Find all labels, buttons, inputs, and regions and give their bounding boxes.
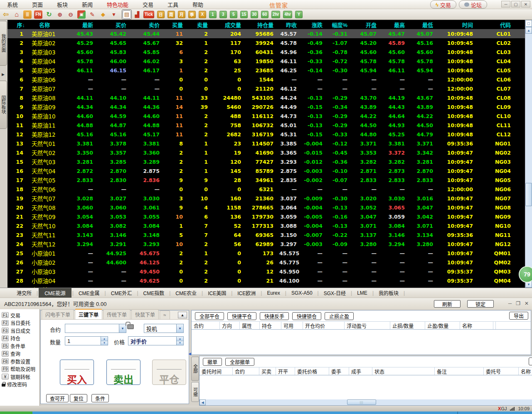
- board-tab-SGX-日经[interactable]: SGX-日经: [320, 288, 350, 297]
- button-全部撤单[interactable]: 全部撤单: [225, 358, 254, 366]
- column-header[interactable]: 持仓: [260, 322, 281, 329]
- minimize-button[interactable]: ─: [501, 1, 510, 7]
- column-header[interactable]: 最高: [382, 21, 411, 29]
- period-button-15[interactable]: 15: [240, 11, 248, 18]
- button-全部平仓[interactable]: 全部平仓: [195, 312, 224, 320]
- period-button-1[interactable]: 1: [209, 11, 217, 18]
- quote-row[interactable]: 27小原油03——49.4500201245.950—————09:35:37Q…: [7, 267, 525, 276]
- quote-row[interactable]: 3美原油0345.6045.8345.85621706043145.96-0.3…: [7, 47, 525, 57]
- scroll-left-icon[interactable]: ◀: [200, 399, 206, 405]
- quote-row[interactable]: 21天然气093.0543.0533.0551061361797303.059-…: [7, 212, 525, 221]
- column-header[interactable]: 委托时间: [200, 367, 233, 375]
- split-box-button[interactable]: ▢: [525, 20, 532, 27]
- board-tab-LME[interactable]: LME: [353, 289, 372, 297]
- condition-button[interactable]: 条件: [91, 394, 109, 402]
- column-header[interactable]: 委托价格: [295, 367, 329, 375]
- back-icon[interactable]: ⇦: [2, 10, 10, 19]
- button-快捷锁仓[interactable]: 快捷锁仓: [292, 312, 321, 320]
- sidebar-tab-international[interactable]: 国际板块: [0, 81, 7, 129]
- order-tab-≈[interactable]: ≈: [160, 310, 170, 319]
- sidebar-tab-my-pages[interactable]: 我的页面: [0, 21, 7, 66]
- refresh-icon[interactable]: ↻: [45, 10, 53, 19]
- board-tab-CME金属[interactable]: CME金属: [74, 288, 104, 297]
- period-button-Y[interactable]: Y: [295, 11, 303, 18]
- order-tab-三键下单[interactable]: 三键下单: [75, 309, 102, 319]
- board-tab-Eurex[interactable]: Eurex: [263, 289, 284, 297]
- column-header[interactable]: 时间: [439, 21, 479, 29]
- button-快捷反手[interactable]: 快捷反手: [260, 312, 289, 320]
- reset-button[interactable]: 复位: [70, 394, 87, 402]
- scroll-up-icon[interactable]: ▲: [525, 27, 532, 34]
- quote-row[interactable]: 11美原油1144.8844.8744.8811275810673245.01-…: [7, 121, 525, 130]
- alert-icon[interactable]: ◆: [99, 10, 107, 19]
- quote-row[interactable]: 15天然气033.2813.2853.28921120774273.293-0.…: [7, 157, 525, 166]
- order-tab-传统下单[interactable]: 传统下单: [103, 309, 131, 319]
- home-icon[interactable]: ⌂: [12, 10, 21, 19]
- tree-item-条件单[interactable]: F5条件单: [2, 342, 39, 350]
- quote-row[interactable]: 28小原油04——49.6250202146.100—————09:35:37Q…: [7, 276, 525, 285]
- column-header[interactable]: 序↓: [7, 21, 27, 29]
- tree-item-当日委托[interactable]: F2当日委托: [2, 319, 39, 327]
- column-header[interactable]: 属性: [240, 322, 260, 329]
- button-撤单[interactable]: 撤单: [203, 358, 222, 366]
- column-header[interactable]: 委托号: [484, 367, 519, 375]
- blocks-icon[interactable]: ▣: [77, 10, 86, 19]
- filter-button-全部[interactable]: 全部: [191, 357, 199, 381]
- close-button[interactable]: ✕: [521, 1, 530, 7]
- zoom-in-icon[interactable]: ⊕: [56, 10, 64, 19]
- column-header[interactable]: 止盈/数量: [425, 322, 460, 329]
- refresh-button[interactable]: 刷新: [434, 300, 461, 308]
- scrollbar-thumb[interactable]: [525, 183, 532, 206]
- board-tab-ICE美国[interactable]: ICE美国: [204, 288, 230, 297]
- quote-row[interactable]: 13天然气013.3813.3783.38181231145073.385-0.…: [7, 139, 525, 148]
- column-header[interactable]: 备注: [435, 367, 484, 375]
- board-tab-我的板块[interactable]: 我的板块: [374, 288, 403, 297]
- column-header[interactable]: 买价: [99, 21, 132, 29]
- period-button-30[interactable]: 30: [251, 11, 258, 18]
- forum-button[interactable]: 论坛: [459, 0, 487, 9]
- tree-item-修改密码[interactable]: 修改密码: [2, 381, 39, 389]
- period-button-5[interactable]: 5: [230, 11, 237, 18]
- button-快捷平仓[interactable]: 快捷平仓: [227, 312, 256, 320]
- tree-item-持仓[interactable]: F4持仓: [2, 335, 39, 343]
- tree-item-查询[interactable]: F6查询: [2, 350, 39, 358]
- panel-close-icon[interactable]: ✕: [525, 301, 529, 306]
- expand-arrow-icon[interactable]: ▶: [2, 72, 5, 76]
- report-view-button[interactable]: ▤: [122, 10, 132, 20]
- quote-row[interactable]: 20天然气083.0603.0603.0619411582786653.064-…: [7, 203, 525, 212]
- quote-row[interactable]: 17天然气052.8332.8302.8369928349612.835-0.0…: [7, 175, 525, 185]
- trade-button[interactable]: ϟ交易: [430, 0, 456, 9]
- quote-row[interactable]: 10美原油1044.6044.5944.6011248811611244.73-…: [7, 111, 525, 121]
- column-header[interactable]: 最新: [72, 21, 99, 29]
- quote-row[interactable]: 12美原油1245.1645.1645.17112268231671945.31…: [7, 130, 525, 139]
- quote-row[interactable]: 2美原油0245.2945.6545.673211173992445.78-0.…: [7, 38, 525, 47]
- quote-row[interactable]: 9美原油0944.3444.3444.361439546029072644.49…: [7, 102, 525, 111]
- tree-item-参数设置[interactable]: F8参数设置: [2, 357, 39, 365]
- column-header[interactable]: 委手: [329, 367, 349, 375]
- hedge-combobox[interactable]: 投机▼: [144, 324, 184, 333]
- quote-row[interactable]: 4美原油0445.7846.0046.0232631985046.11-0.33…: [7, 57, 525, 66]
- quote-row[interactable]: 14天然气023.3503.3573.3602119416903.365-0.0…: [7, 148, 525, 157]
- column-header[interactable]: 涨跌: [303, 21, 328, 29]
- board-tab-CME能源[interactable]: CME能源: [39, 288, 71, 298]
- order-tab-闪电手下单[interactable]: 闪电手下单: [42, 309, 74, 319]
- menu-item-特色功能[interactable]: 特色功能: [100, 0, 135, 8]
- period-button-60[interactable]: 60: [261, 11, 268, 18]
- quote-row[interactable]: 26小原油02—44.60046.1252202645.775—————10:0…: [7, 258, 525, 267]
- menu-item-交易[interactable]: 交易: [135, 0, 160, 8]
- column-header[interactable]: 昨收: [279, 21, 303, 29]
- board-tab-SGX-A50[interactable]: SGX-A50: [287, 289, 317, 297]
- order-tab-快鼠下单[interactable]: 快鼠下单: [131, 309, 159, 319]
- buy-button[interactable]: 买入: [60, 360, 94, 385]
- filter-icon[interactable]: ▼: [110, 10, 118, 19]
- quote-row[interactable]: 8美原油0844.1144.1044.1111332448054310544.2…: [7, 93, 525, 102]
- zoom-out-icon[interactable]: ⊖: [66, 10, 75, 19]
- column-header[interactable]: 代码: [479, 21, 525, 29]
- quote-vertical-scrollbar[interactable]: ▢ ▲ ▼: [525, 20, 532, 288]
- column-header[interactable]: 成交量: [214, 21, 247, 29]
- contract-combobox[interactable]: ▼: [65, 324, 126, 333]
- column-header[interactable]: 持仓量: [247, 21, 279, 29]
- menu-item-页面[interactable]: 页面: [25, 0, 50, 8]
- period-button-月[interactable]: 月: [178, 11, 185, 18]
- filter-button-可撤[interactable]: 可撤: [191, 382, 199, 402]
